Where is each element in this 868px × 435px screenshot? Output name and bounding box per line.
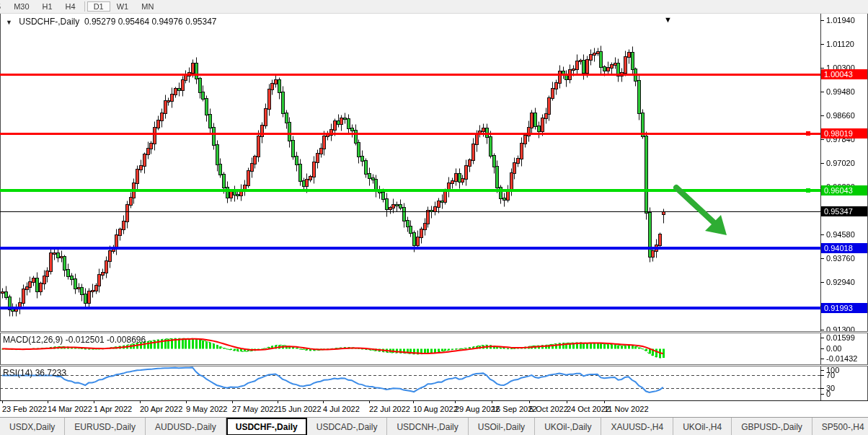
date-tick-mark [232, 401, 233, 403]
macd-name: MACD(12,26,9) [3, 335, 63, 345]
price-chart-canvas[interactable] [0, 0, 868, 435]
timeframe-button-h4[interactable]: H4 [59, 1, 82, 12]
macd-tick-mark [820, 359, 824, 359]
horizontal-line-1.00043[interactable] [0, 74, 820, 76]
tab-usoil-daily[interactable]: USOil-,Daily [469, 418, 535, 435]
date-label: 15 Jun 2022 [278, 405, 322, 413]
macd-tick-mark [820, 338, 824, 338]
price-tick-mark [820, 282, 824, 283]
price-tick-label: 1.01940 [826, 16, 855, 25]
ohlc-close: 0.95347 [185, 17, 216, 27]
tab-usdchf-daily[interactable]: USDCHF-,Daily [226, 418, 307, 435]
tab-sp500-h4[interactable]: SP500-,H4 [812, 418, 868, 435]
date-label: 23 Feb 2022 [2, 405, 47, 413]
price-tick-mark [820, 44, 824, 45]
tab-usdx-daily[interactable]: USDX,Daily [0, 418, 65, 435]
price-badge-0.96043: 0.96043 [821, 185, 867, 195]
timeframe-button-h1[interactable]: H1 [36, 1, 59, 12]
date-tick-mark [48, 401, 48, 403]
date-tick-mark [604, 401, 605, 403]
horizontal-line-0.94018[interactable] [0, 247, 820, 250]
rsi-indicator-label: RSI(14) 36.7233 [3, 368, 66, 378]
date-tick-mark [140, 401, 141, 403]
date-label: 22 Jul 2022 [369, 405, 410, 413]
price-tick-mark [820, 234, 824, 235]
price-tick-mark [820, 68, 824, 69]
price-tick-label: 1.01120 [826, 40, 854, 48]
price-tick-label: 0.92940 [826, 278, 855, 286]
price-tick-mark [820, 139, 824, 140]
tab-ukoil-h4[interactable]: UKOil-,H4 [673, 418, 732, 435]
chart-dropdown-icon[interactable]: ▼ [6, 19, 12, 26]
date-tick-mark [94, 401, 94, 403]
price-tick-label: 0.99480 [826, 87, 855, 96]
price-badge-0.91993: 0.91993 [821, 303, 867, 313]
price-tick-label: 0.94580 [826, 230, 855, 239]
price-tick-label: 0.98660 [826, 111, 855, 120]
tab-gbpusd-daily[interactable]: GBPUSD-,Daily [732, 418, 812, 435]
pane-separator[interactable] [0, 331, 868, 333]
price-tick-mark [820, 163, 824, 164]
date-tick-mark [492, 401, 492, 403]
date-tick-mark [278, 401, 278, 403]
toolbar-separator [84, 1, 85, 12]
date-label: 1 Apr 2022 [94, 405, 132, 413]
timeframe-button-m30[interactable]: M30 [7, 1, 35, 12]
tab-ukoil-daily[interactable]: UKOil-,Daily [535, 418, 601, 435]
timeframe-button-w1[interactable]: W1 [110, 1, 136, 12]
rsi-tick-mark [820, 394, 824, 395]
ohlc-open: 0.95279 [84, 17, 115, 27]
price-tick-mark [820, 92, 824, 92]
timeframe-button-mn[interactable]: MN [135, 1, 160, 12]
date-tick-mark [186, 401, 187, 403]
tab-eurusd-daily[interactable]: EURUSD-,Daily [65, 418, 146, 435]
rsi-tick-mark [820, 375, 824, 376]
ohlc-high: 0.95464 [118, 17, 149, 27]
macd-values: -0.012501 -0.008696 [66, 335, 146, 345]
date-tick-mark [455, 401, 456, 403]
timeframe-toolbar: 5M30H1H4D1W1MN [0, 0, 868, 14]
tab-usdcnh-daily[interactable]: USDCNH-,Daily [387, 418, 468, 435]
date-label: 5 Oct 2022 [529, 405, 568, 413]
price-tick-mark [820, 330, 824, 330]
price-tick-mark [820, 115, 824, 116]
tab-audusd-daily[interactable]: AUDUSD-,Daily [146, 418, 226, 435]
trend-arrow-annotation[interactable] [669, 179, 735, 245]
horizontal-line-0.98019[interactable] [0, 133, 820, 135]
chart-shift-marker-icon[interactable]: ▼ [664, 15, 672, 24]
rsi-tick-mark [820, 388, 824, 389]
date-label: 24 Oct 2022 [567, 405, 610, 413]
macd-tick-mark [820, 348, 824, 349]
price-tick-label: 0.97020 [826, 159, 855, 167]
rsi-tick-label: 0 [826, 390, 831, 398]
horizontal-line-0.91993[interactable] [0, 307, 820, 309]
tab-xauusd-h4[interactable]: XAUUSD-,H4 [601, 418, 673, 435]
price-badge-0.95347: 0.95347 [821, 206, 867, 216]
rsi-name: RSI(14) [3, 368, 32, 378]
price-badge-0.94018: 0.94018 [821, 243, 867, 253]
date-tick-mark [323, 401, 324, 403]
tab-usdcad-daily[interactable]: USDCAD-,Daily [307, 418, 388, 435]
price-badge-1.00043: 1.00043 [821, 69, 867, 79]
timeframe-button-5[interactable]: 5 [0, 1, 7, 12]
price-tick-mark [820, 258, 824, 259]
pane-separator[interactable] [0, 364, 868, 366]
rsi-value: 36.7233 [35, 368, 66, 378]
price-tick-mark [820, 20, 824, 21]
price-badge-0.98019: 0.98019 [821, 128, 867, 139]
line-handle-0.96043[interactable] [806, 188, 810, 193]
ohlc-header: ▼ USDCHF-,Daily 0.95279 0.95464 0.94976 … [6, 17, 217, 27]
line-handle-0.98019[interactable] [806, 131, 810, 136]
macd-tick-label: 0.00 [826, 344, 841, 353]
ohlc-low: 0.94976 [151, 17, 182, 27]
trading-app-window: 5M30H1H4D1W1MN ▼ USDCHF-,Daily 0.95279 0… [0, 0, 868, 435]
timeframe-button-d1[interactable]: D1 [87, 1, 110, 12]
date-axis[interactable]: 23 Feb 202214 Mar 20221 Apr 202220 Apr 2… [0, 400, 868, 417]
price-tick-label: 0.93760 [826, 254, 855, 263]
date-label: 27 May 2022 [232, 405, 278, 413]
chart-symbol-label: USDCHF-,Daily [19, 17, 79, 27]
rsi-tick-label: 70 [826, 371, 835, 379]
date-label: 14 Mar 2022 [48, 405, 92, 413]
date-tick-mark [529, 401, 530, 403]
date-tick-mark [413, 401, 414, 403]
